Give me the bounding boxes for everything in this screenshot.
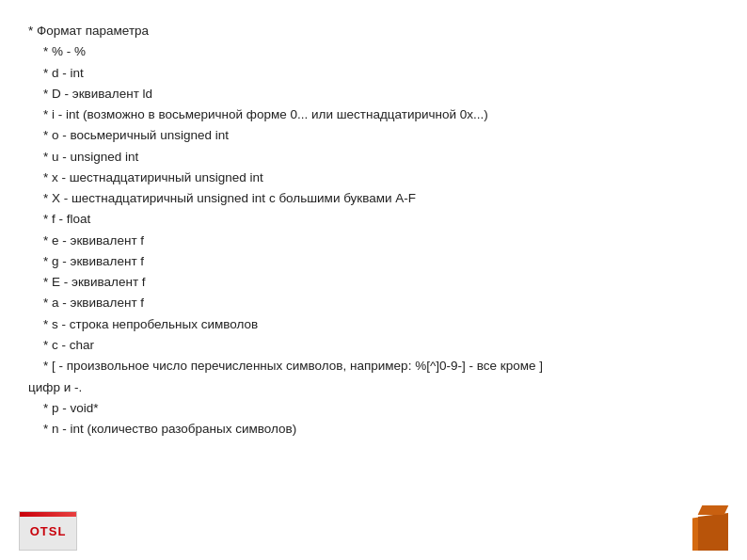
line-16-text: * [ - произвольное число перечисленных с… [43,359,543,373]
line-17-wrap: цифр и -. [28,377,719,398]
lines-block: * % - % * d - int * D - эквивалент ld * … [28,41,719,376]
line-14-text: * s - строка непробельных символов [43,317,258,331]
line-title-text: * Формат параметра [28,24,149,38]
line-15-text: * c - char [43,338,94,352]
line-16: * [ - произвольное число перечисленных с… [43,356,719,376]
logo-text: OTSL [30,524,67,538]
line-11: * g - эквивалент f [43,251,719,272]
line-9-text: * f - float [43,212,90,226]
line-1-text: * % - % [43,44,86,58]
line-9: * f - float [43,209,719,230]
line-title: * Формат параметра [28,21,719,41]
line-7-text: * x - шестнадцатиричный unsigned int [43,170,263,184]
line-10: * e - эквивалент f [43,231,719,251]
line-14: * s - строка непробельных символов [43,314,719,335]
line-8: * X - шестнадцатиричный unsigned int с б… [43,188,719,209]
line-15: * c - char [43,335,719,356]
line-3: * D - эквивалент ld [43,84,719,104]
otsl-logo: OTSL [19,511,77,551]
line-13-text: * a - эквивалент f [43,296,144,310]
line-7: * x - шестнадцатиричный unsigned int [43,168,719,188]
footer: OTSL [0,504,747,551]
line-3-text: * D - эквивалент ld [43,87,152,101]
line-2-text: * d - int [43,66,84,80]
content-area: * Формат параметра * % - % * d - int * D… [28,21,719,440]
line-8-text: * X - шестнадцатиричный unsigned int с б… [43,191,416,205]
line-1: * % - % [43,41,719,62]
line-4: * i - int (возможно в восьмеричной форме… [43,104,719,125]
line-13: * a - эквивалент f [43,293,719,313]
logo-right [681,504,728,551]
line-2: * d - int [43,63,719,84]
line-12-text: * E - эквивалент f [43,275,146,289]
line-19: * n - int (количество разобраных символо… [43,419,719,440]
logo-left: OTSL [19,511,77,551]
line-10-text: * e - эквивалент f [43,233,144,248]
line-6: * u - unsigned int [43,147,719,168]
line-6-text: * u - unsigned int [43,150,138,164]
book-top [698,505,729,515]
main-page: * Формат параметра * % - % * d - int * D… [0,0,747,560]
line-18: * p - void* [43,398,719,419]
line-17-text: цифр и -. [28,380,82,394]
line-12: * E - эквивалент f [43,272,719,293]
line-11-text: * g - эквивалент f [43,254,144,268]
book-icon [691,507,728,551]
line-5-text: * o - восьмеричный unsigned int [43,128,229,142]
line-18-text: * p - void* [43,401,99,415]
line-19-text: * n - int (количество разобраных символо… [43,422,296,436]
book-body [698,513,728,551]
lines-block-2: * p - void* * n - int (количество разобр… [28,398,719,440]
line-4-text: * i - int (возможно в восьмеричной форме… [43,107,488,121]
line-5: * o - восьмеричный unsigned int [43,125,719,146]
